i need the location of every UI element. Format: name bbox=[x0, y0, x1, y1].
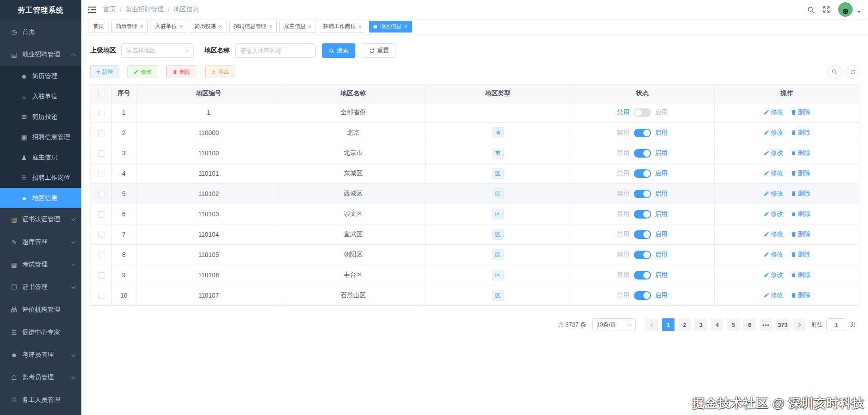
tab-item-7[interactable]: 地区信息 bbox=[369, 21, 412, 33]
row-edit-button[interactable]: 修改 bbox=[764, 149, 783, 157]
row-checkbox[interactable] bbox=[98, 272, 104, 279]
caret-down-icon[interactable] bbox=[857, 11, 861, 13]
select-all-checkbox[interactable] bbox=[98, 91, 104, 97]
tab-item-6[interactable]: 招聘工作岗位 bbox=[319, 21, 366, 33]
tab-close-icon[interactable] bbox=[140, 24, 143, 29]
status-toggle[interactable] bbox=[634, 149, 651, 158]
row-edit-button[interactable]: 修改 bbox=[764, 129, 783, 137]
row-delete-button[interactable]: 删除 bbox=[791, 291, 811, 299]
tab-item-0[interactable]: 首页 bbox=[89, 21, 108, 33]
tab-item-4[interactable]: 招聘信息管理 bbox=[229, 21, 277, 33]
region-name-input[interactable] bbox=[235, 43, 316, 58]
search-icon[interactable] bbox=[807, 6, 815, 14]
row-delete-button[interactable]: 删除 bbox=[791, 230, 811, 238]
row-edit-button[interactable]: 修改 bbox=[764, 210, 783, 218]
sidebar-item-certificate-auth[interactable]: ▥证书认证管理 bbox=[0, 208, 81, 231]
sidebar-item-settled-units[interactable]: ⌂入驻单位 bbox=[0, 86, 81, 107]
parent-region-select[interactable]: 请选择地区 bbox=[121, 43, 193, 58]
status-toggle[interactable] bbox=[634, 230, 651, 239]
page-button-6[interactable]: 6 bbox=[743, 318, 756, 331]
page-button-1[interactable]: 1 bbox=[662, 318, 675, 331]
status-toggle[interactable] bbox=[634, 291, 651, 300]
sidebar-item-evaluation-org[interactable]: 品评价机构管理 bbox=[0, 298, 81, 321]
tab-close-icon[interactable] bbox=[269, 24, 272, 29]
sidebar-item-job-positions[interactable]: ☰招聘工作岗位 bbox=[0, 168, 81, 188]
sidebar-item-resume-management[interactable]: ☻简历管理 bbox=[0, 66, 81, 86]
page-button-4[interactable]: 4 bbox=[711, 318, 723, 331]
row-delete-button[interactable]: 删除 bbox=[791, 251, 811, 259]
tab-item-2[interactable]: 入驻单位 bbox=[151, 21, 187, 33]
row-delete-button[interactable]: 删除 bbox=[791, 149, 811, 157]
row-edit-button[interactable]: 修改 bbox=[764, 108, 783, 117]
breadcrumb-module[interactable]: 就业招聘管理 bbox=[126, 5, 164, 14]
status-toggle[interactable] bbox=[634, 271, 651, 280]
tab-item-1[interactable]: 简历管理 bbox=[111, 21, 148, 33]
page-button-3[interactable]: 3 bbox=[694, 318, 707, 331]
user-avatar[interactable]: ☻ bbox=[838, 2, 853, 17]
row-checkbox[interactable] bbox=[98, 110, 104, 116]
breadcrumb-home[interactable]: 首页 bbox=[103, 5, 116, 14]
sidebar-item-employment-recruitment[interactable]: ▤就业招聘管理 bbox=[0, 43, 81, 66]
row-checkbox[interactable] bbox=[98, 252, 104, 258]
status-toggle[interactable] bbox=[634, 169, 651, 178]
row-checkbox[interactable] bbox=[98, 171, 104, 177]
row-checkbox[interactable] bbox=[98, 130, 104, 136]
sidebar-item-region-info[interactable]: ≡地区信息 bbox=[0, 188, 81, 208]
fullscreen-icon[interactable] bbox=[823, 6, 830, 13]
page-button-5[interactable]: 5 bbox=[727, 318, 740, 331]
sidebar-item-proctor-management[interactable]: ☖监考员管理 bbox=[0, 366, 81, 389]
sidebar-item-promotion-expert[interactable]: ☰促进中心专家 bbox=[0, 321, 81, 344]
status-toggle[interactable] bbox=[634, 108, 651, 117]
row-delete-button[interactable]: 删除 bbox=[791, 129, 811, 137]
add-button[interactable]: 新增 bbox=[90, 65, 118, 78]
table-search-button[interactable] bbox=[828, 65, 841, 79]
edit-button[interactable]: 修改 bbox=[127, 65, 157, 78]
status-toggle[interactable] bbox=[634, 210, 651, 219]
page-button-2[interactable]: 2 bbox=[678, 318, 691, 331]
status-toggle[interactable] bbox=[634, 251, 651, 259]
row-checkbox[interactable] bbox=[98, 150, 104, 157]
tab-close-icon[interactable] bbox=[359, 24, 362, 29]
next-page-button[interactable] bbox=[793, 318, 806, 331]
delete-button[interactable]: 删除 bbox=[166, 65, 196, 78]
row-edit-button[interactable]: 修改 bbox=[764, 251, 783, 259]
sidebar-item-assessor-management[interactable]: ☻考评员管理 bbox=[0, 344, 81, 366]
row-edit-button[interactable]: 修改 bbox=[764, 271, 783, 279]
status-toggle[interactable] bbox=[634, 129, 651, 137]
row-delete-button[interactable]: 删除 bbox=[791, 190, 811, 198]
hamburger-menu-icon[interactable] bbox=[88, 6, 96, 13]
tab-close-icon[interactable] bbox=[179, 24, 183, 29]
row-delete-button[interactable]: 删除 bbox=[791, 169, 811, 177]
prev-page-button[interactable] bbox=[646, 318, 658, 331]
page-button-373[interactable]: 373 bbox=[776, 318, 789, 331]
export-button[interactable]: 导出 bbox=[205, 65, 235, 78]
status-toggle[interactable] bbox=[634, 190, 651, 198]
table-refresh-button[interactable] bbox=[846, 65, 859, 79]
row-edit-button[interactable]: 修改 bbox=[764, 230, 783, 238]
sidebar-item-recruitment-info[interactable]: ▣招聘信息管理 bbox=[0, 127, 81, 147]
tab-item-3[interactable]: 简历投递 bbox=[190, 21, 226, 33]
row-edit-button[interactable]: 修改 bbox=[764, 169, 783, 177]
tab-close-icon[interactable] bbox=[404, 24, 407, 29]
sidebar-item-certificate-management[interactable]: ❐证书管理 bbox=[0, 276, 81, 298]
row-checkbox[interactable] bbox=[98, 232, 104, 238]
sidebar-item-resume-delivery[interactable]: ✉简历投递 bbox=[0, 107, 81, 127]
tab-close-icon[interactable] bbox=[219, 24, 222, 29]
row-checkbox[interactable] bbox=[98, 293, 104, 299]
row-delete-button[interactable]: 删除 bbox=[791, 271, 811, 279]
goto-page-input[interactable] bbox=[826, 318, 846, 331]
page-size-select[interactable]: 10条/页 bbox=[592, 318, 636, 331]
search-button[interactable]: 搜索 bbox=[322, 43, 355, 58]
sidebar-item-employer-info[interactable]: ♟雇主信息 bbox=[0, 147, 81, 168]
tab-item-5[interactable]: 雇主信息 bbox=[279, 21, 316, 33]
sidebar-item-home[interactable]: ◷首页 bbox=[0, 21, 81, 43]
row-checkbox[interactable] bbox=[98, 211, 104, 218]
sidebar-item-exam-management[interactable]: ▦考试管理 bbox=[0, 253, 81, 276]
row-delete-button[interactable]: 删除 bbox=[791, 108, 811, 117]
row-edit-button[interactable]: 修改 bbox=[764, 291, 783, 299]
row-edit-button[interactable]: 修改 bbox=[764, 190, 783, 198]
sidebar-item-question-bank[interactable]: ✎题库管理 bbox=[0, 231, 81, 253]
sidebar-item-worker-management[interactable]: ☰务工人员管理 bbox=[0, 389, 81, 411]
row-checkbox[interactable] bbox=[98, 191, 104, 197]
tab-close-icon[interactable] bbox=[308, 24, 311, 29]
